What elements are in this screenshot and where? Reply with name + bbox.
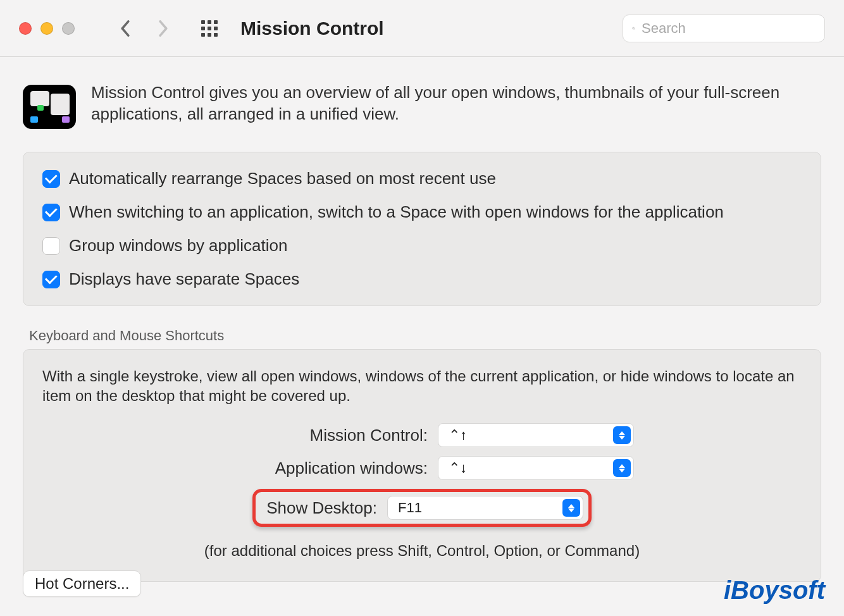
hot-corners-button[interactable]: Hot Corners... — [23, 570, 141, 597]
titlebar: Mission Control — [0, 0, 844, 57]
select-value: ⌃↑ — [449, 427, 467, 443]
page-title: Mission Control — [240, 18, 384, 39]
search-box[interactable] — [623, 15, 825, 42]
search-icon — [632, 22, 635, 35]
zoom-window-icon[interactable] — [62, 22, 75, 35]
svg-line-1 — [634, 28, 635, 29]
watermark-text: iBoysoft — [724, 576, 825, 605]
checkbox-separate-spaces[interactable]: Displays have separate Spaces — [42, 269, 802, 289]
close-window-icon[interactable] — [19, 22, 32, 35]
search-input[interactable] — [642, 20, 816, 37]
checkbox-icon[interactable] — [42, 170, 60, 188]
select-value: F11 — [398, 500, 422, 516]
nav-arrows — [113, 16, 176, 41]
svg-point-0 — [633, 27, 635, 29]
shortcut-row-app-windows: Application windows: ⌃↓ — [42, 456, 802, 480]
show-all-prefs-icon[interactable] — [201, 20, 218, 37]
checkbox-label: Automatically rearrange Spaces based on … — [69, 169, 496, 188]
select-arrows-icon — [613, 426, 631, 444]
shortcut-label: Mission Control: — [210, 426, 438, 445]
shortcuts-section-label: Keyboard and Mouse Shortcuts — [29, 328, 821, 344]
checkbox-icon[interactable] — [42, 237, 60, 255]
checkbox-rearrange-spaces[interactable]: Automatically rearrange Spaces based on … — [42, 169, 802, 188]
shortcut-label: Application windows: — [210, 459, 438, 478]
intro-row: Mission Control gives you an overview of… — [23, 82, 821, 129]
highlight-annotation: Show Desktop: F11 — [252, 489, 592, 527]
shortcut-label: Show Desktop: — [261, 498, 387, 518]
forward-button[interactable] — [151, 16, 176, 41]
minimize-window-icon[interactable] — [40, 22, 53, 35]
checkbox-label: Group windows by application — [69, 236, 287, 256]
shortcut-row-show-desktop: Show Desktop: F11 — [42, 489, 802, 527]
back-button[interactable] — [113, 16, 138, 41]
select-arrows-icon — [562, 499, 580, 517]
shortcuts-description: With a single keystroke, view all open w… — [42, 366, 802, 405]
intro-text: Mission Control gives you an overview of… — [91, 82, 821, 125]
checkbox-icon[interactable] — [42, 271, 60, 288]
shortcut-select-show-desktop[interactable]: F11 — [387, 496, 583, 520]
shortcut-select-app-windows[interactable]: ⌃↓ — [438, 456, 634, 480]
checkbox-icon[interactable] — [42, 204, 60, 221]
mission-control-icon — [23, 85, 76, 129]
shortcut-select-mission-control[interactable]: ⌃↑ — [438, 423, 634, 447]
checkbox-switch-space[interactable]: When switching to an application, switch… — [42, 202, 802, 222]
checkbox-group-windows[interactable]: Group windows by application — [42, 236, 802, 256]
shortcut-row-mission-control: Mission Control: ⌃↑ — [42, 423, 802, 447]
window-controls — [19, 22, 75, 35]
shortcuts-panel: With a single keystroke, view all open w… — [23, 349, 821, 582]
select-value: ⌃↓ — [449, 460, 467, 476]
shortcuts-footnote: (for additional choices press Shift, Con… — [42, 542, 802, 560]
checkbox-label: Displays have separate Spaces — [69, 269, 299, 289]
options-panel: Automatically rearrange Spaces based on … — [23, 152, 821, 306]
select-arrows-icon — [613, 459, 631, 477]
checkbox-label: When switching to an application, switch… — [69, 202, 724, 222]
